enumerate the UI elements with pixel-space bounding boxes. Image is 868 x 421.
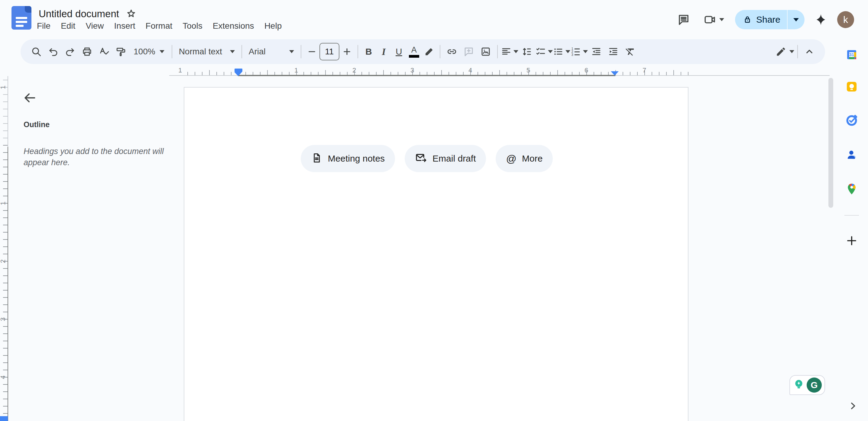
share-dropdown[interactable] [787, 18, 805, 22]
email-send-icon [415, 152, 427, 165]
star-icon[interactable] [126, 8, 136, 19]
paragraph-style-value: Normal text [179, 47, 222, 57]
document-page[interactable] [184, 87, 688, 421]
google-calendar-icon[interactable]: 31 [843, 45, 861, 64]
line-spacing-button[interactable] [518, 42, 535, 61]
get-add-ons-button[interactable] [843, 232, 861, 250]
menu-tools[interactable]: Tools [183, 21, 202, 31]
share-button[interactable]: Share [735, 10, 805, 29]
email-draft-chip[interactable]: Email draft [405, 145, 486, 172]
outline-title: Outline [24, 120, 50, 129]
menu-bar: File Edit View Insert Format Tools Exten… [37, 21, 282, 31]
menu-file[interactable]: File [37, 21, 51, 31]
at-icon: @ [506, 153, 517, 165]
paint-format-button[interactable] [113, 42, 129, 61]
numbered-list-button[interactable]: 1 2 3 [570, 42, 588, 61]
checklist-button[interactable] [535, 42, 553, 61]
google-maps-icon[interactable] [843, 180, 861, 198]
google-docs-app: Untitled document File Edit View Insert … [0, 0, 868, 421]
decrease-indent-button[interactable] [588, 42, 605, 61]
right-indent-marker[interactable] [611, 71, 619, 75]
insert-image-button[interactable] [477, 42, 494, 61]
menu-format[interactable]: Format [146, 21, 173, 31]
paragraph-style-select[interactable]: Normal text [175, 42, 239, 61]
more-chip[interactable]: @ More [496, 145, 553, 172]
increase-indent-button[interactable] [605, 42, 622, 61]
chevron-down-icon [160, 50, 164, 53]
menu-insert[interactable]: Insert [114, 21, 135, 31]
redo-button[interactable] [62, 42, 79, 61]
undo-button[interactable] [45, 42, 62, 61]
meet-video-call-button[interactable] [700, 10, 728, 29]
menu-extensions[interactable]: Extensions [213, 21, 254, 31]
docs-logo-fold [25, 6, 31, 13]
clear-formatting-button[interactable] [622, 42, 639, 61]
chevron-down-icon [583, 50, 588, 53]
chevron-down-icon [289, 50, 294, 53]
outline-empty-hint: Headings you add to the document will ap… [24, 146, 168, 168]
svg-text:3: 3 [571, 53, 573, 57]
comment-history-icon[interactable] [675, 10, 693, 29]
hide-menus-button[interactable] [801, 42, 818, 61]
font-size-input[interactable]: 11 [319, 43, 339, 60]
increase-font-size-button[interactable] [339, 42, 354, 61]
lock-icon [743, 15, 752, 24]
search-menus-button[interactable] [28, 42, 45, 61]
print-button[interactable] [79, 42, 95, 61]
svg-text:31: 31 [849, 53, 854, 57]
app-header: Untitled document File Edit View Insert … [0, 0, 868, 39]
google-docs-logo[interactable] [11, 6, 31, 30]
zoom-select[interactable]: 100% [129, 42, 168, 61]
chevron-down-icon [548, 50, 553, 53]
document-icon [311, 152, 322, 165]
menu-edit[interactable]: Edit [61, 21, 75, 31]
chevron-down-icon [789, 50, 794, 53]
text-color-button[interactable]: A [406, 42, 422, 61]
bulleted-list-button[interactable] [553, 42, 570, 61]
chevron-down-icon [719, 18, 724, 21]
close-outline-button[interactable] [21, 89, 38, 106]
chevron-down-icon [565, 50, 570, 53]
decrease-font-size-button[interactable] [304, 42, 319, 61]
font-family-value: Arial [249, 47, 266, 57]
gemini-sparkle-icon[interactable] [812, 10, 830, 29]
menu-help[interactable]: Help [265, 21, 282, 31]
vertical-margin-marker[interactable] [0, 416, 8, 421]
align-button[interactable] [501, 42, 518, 61]
account-avatar[interactable]: k [837, 11, 854, 28]
main-toolbar: 100% Normal text Arial 11 B I U A [21, 39, 825, 64]
italic-button[interactable]: I [376, 42, 392, 61]
share-label: Share [756, 14, 780, 25]
chevron-down-icon [230, 50, 235, 53]
grammarly-logo-icon: G [807, 378, 822, 393]
meeting-notes-chip[interactable]: Meeting notes [301, 145, 395, 172]
grammarly-suggestion-icon [793, 379, 805, 392]
underline-button[interactable]: U [392, 42, 406, 61]
smart-chip-suggestions: Meeting notes Email draft @ More [238, 145, 615, 172]
bold-button[interactable]: B [361, 42, 376, 61]
spelling-grammar-check-button[interactable] [95, 42, 113, 61]
google-contacts-icon[interactable] [843, 146, 861, 164]
menu-view[interactable]: View [86, 21, 104, 31]
left-indent-marker[interactable] [234, 72, 242, 76]
google-tasks-icon[interactable] [843, 111, 861, 130]
add-comment-button[interactable] [460, 42, 477, 61]
document-title[interactable]: Untitled document [39, 8, 119, 20]
zoom-value: 100% [133, 47, 155, 57]
font-family-select[interactable]: Arial [245, 42, 298, 61]
insert-link-button[interactable] [443, 42, 460, 61]
vertical-scrollbar[interactable] [829, 78, 833, 208]
editing-mode-button[interactable] [776, 42, 794, 61]
highlight-color-button[interactable] [422, 42, 437, 61]
first-line-indent-marker[interactable] [235, 69, 242, 72]
chevron-down-icon [514, 50, 518, 53]
google-keep-icon[interactable] [843, 77, 861, 96]
grammarly-widget[interactable]: G [789, 375, 825, 395]
show-side-panel-button[interactable] [846, 399, 860, 413]
